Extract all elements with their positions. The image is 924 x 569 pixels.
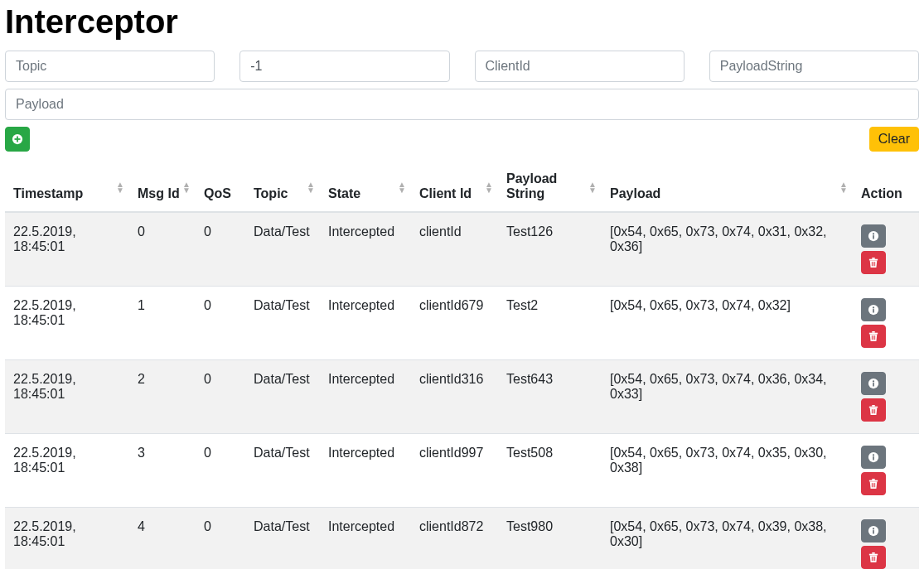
plus-circle-icon [12,133,23,145]
cell-payload: [0x54, 0x65, 0x73, 0x74, 0x36, 0x34, 0x3… [602,360,853,434]
cell-msgid: 4 [129,508,196,570]
info-button[interactable] [861,298,886,321]
cell-timestamp: 22.5.2019, 18:45:01 [5,508,129,570]
cell-msgid: 0 [129,212,196,287]
svg-rect-41 [873,557,874,561]
col-action: Action [853,163,919,212]
table-header-row: Timestamp▲▼ Msg Id▲▼ QoS Topic▲▼ State▲▼… [5,163,919,212]
svg-rect-5 [873,235,874,239]
cell-topic: Data/Test [245,360,320,434]
svg-rect-30 [869,480,878,482]
svg-rect-25 [873,409,874,413]
svg-rect-24 [872,409,873,413]
col-qos-label: QoS [204,186,231,200]
cell-action [853,212,919,287]
trash-icon [868,478,878,489]
delete-button[interactable] [861,472,886,495]
svg-rect-21 [873,383,874,386]
cell-clientid: clientId [411,212,498,287]
svg-rect-31 [872,479,874,480]
cell-clientid: clientId997 [411,434,498,508]
cell-action [853,287,919,360]
col-payloadstring[interactable]: Payload String▲▼ [498,163,602,212]
payloadstring-input[interactable] [709,51,919,82]
svg-rect-2 [15,138,21,140]
trash-icon [868,330,878,342]
svg-rect-6 [869,259,878,261]
sort-icon: ▲▼ [485,181,493,193]
info-button[interactable] [861,372,886,395]
svg-rect-7 [872,258,874,259]
filter-row-1 [5,51,919,82]
svg-rect-32 [872,483,873,487]
svg-rect-37 [873,530,874,533]
msgid-input[interactable] [239,51,449,82]
col-clientid[interactable]: Client Id▲▼ [411,163,498,212]
col-msgid-label: Msg Id [138,186,180,200]
svg-rect-10 [874,262,875,266]
svg-point-4 [873,233,874,234]
delete-button[interactable] [861,325,886,348]
svg-point-12 [873,306,874,308]
col-state-label: State [328,186,360,200]
cell-timestamp: 22.5.2019, 18:45:01 [5,212,129,287]
delete-button[interactable] [861,251,886,274]
trash-icon [868,257,878,268]
svg-rect-23 [872,405,874,407]
col-qos: QoS [196,163,245,212]
col-payload[interactable]: Payload▲▼ [602,163,853,212]
cell-timestamp: 22.5.2019, 18:45:01 [5,360,129,434]
col-topic[interactable]: Topic▲▼ [245,163,320,212]
cell-state: Intercepted [320,508,411,570]
delete-button[interactable] [861,398,886,422]
clientid-input[interactable] [475,51,685,82]
col-topic-label: Topic [254,186,288,200]
delete-button[interactable] [861,546,886,569]
svg-rect-26 [874,409,875,413]
cell-state: Intercepted [320,287,411,360]
cell-clientid: clientId679 [411,287,498,360]
clear-button[interactable]: Clear [869,127,919,152]
col-action-label: Action [861,186,902,200]
svg-rect-39 [872,552,874,554]
svg-rect-9 [873,262,874,266]
cell-action [853,434,919,508]
action-bar: Clear [5,127,919,152]
info-button[interactable] [861,519,886,542]
info-icon [868,451,879,463]
add-button[interactable] [5,127,30,152]
svg-rect-17 [873,335,874,340]
cell-payload: [0x54, 0x65, 0x73, 0x74, 0x32] [602,287,853,360]
sort-icon: ▲▼ [839,181,848,193]
cell-timestamp: 22.5.2019, 18:45:01 [5,287,129,360]
svg-point-20 [873,380,874,382]
info-button[interactable] [861,224,886,248]
svg-point-28 [873,454,874,456]
col-clientid-label: Client Id [419,186,472,200]
svg-rect-34 [874,483,875,487]
col-state[interactable]: State▲▼ [320,163,411,212]
col-msgid[interactable]: Msg Id▲▼ [129,163,196,212]
col-timestamp[interactable]: Timestamp▲▼ [5,163,129,212]
sort-icon: ▲▼ [588,181,597,193]
col-payloadstring-label: Payload String [506,171,557,200]
filter-row-2 [5,89,919,120]
svg-rect-18 [874,335,875,340]
cell-state: Intercepted [320,212,411,287]
cell-payloadstring: Test980 [498,508,602,570]
cell-payloadstring: Test126 [498,212,602,287]
svg-rect-16 [872,335,873,340]
cell-payload: [0x54, 0x65, 0x73, 0x74, 0x35, 0x30, 0x3… [602,434,853,508]
cell-qos: 0 [196,508,245,570]
info-icon [868,230,879,242]
cell-topic: Data/Test [245,508,320,570]
payload-input[interactable] [5,89,919,120]
svg-rect-13 [873,309,874,312]
message-table: Timestamp▲▼ Msg Id▲▼ QoS Topic▲▼ State▲▼… [5,163,919,569]
svg-rect-40 [872,557,873,561]
info-button[interactable] [861,446,886,469]
cell-clientid: clientId316 [411,360,498,434]
cell-qos: 0 [196,434,245,508]
topic-input[interactable] [5,51,215,82]
svg-point-36 [873,528,874,529]
